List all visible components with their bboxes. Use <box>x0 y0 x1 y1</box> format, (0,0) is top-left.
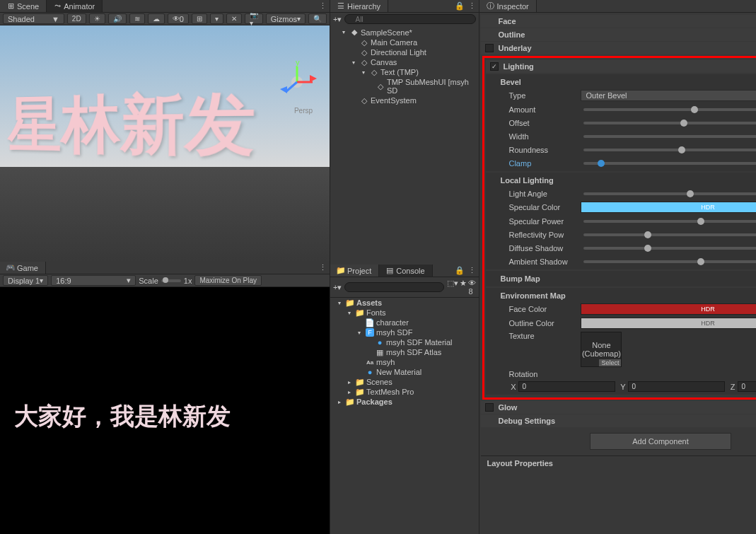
tree-item[interactable]: Aamsyh <box>330 357 479 367</box>
local-lighting-header[interactable]: Local Lighting - Click to collapse - <box>486 174 756 187</box>
bevel-header[interactable]: Bevel - Click to collapse - <box>486 76 756 88</box>
expand-arrow[interactable]: ▾ <box>338 300 344 306</box>
expand-arrow[interactable]: ▸ <box>348 379 354 385</box>
tree-item[interactable]: ▾◇Canvas <box>332 57 477 67</box>
hierarchy-search[interactable] <box>344 14 476 24</box>
panel-menu[interactable]: ⋮ <box>319 263 327 272</box>
tab-project[interactable]: 📁Project <box>330 265 379 277</box>
glow-checkbox[interactable] <box>485 403 494 412</box>
add-component-button[interactable]: Add Component <box>590 433 731 450</box>
skybox-toggle[interactable]: ☁ <box>148 13 165 24</box>
aspect-dropdown[interactable]: 16:9 ▾ <box>51 275 136 286</box>
specular-color-swatch[interactable]: HDR <box>581 202 756 213</box>
section-face[interactable]: Face - Click to expand - <box>481 15 756 28</box>
section-glow[interactable]: Glow - Click to expand - <box>481 401 756 414</box>
env-outline-color-swatch[interactable]: HDR <box>581 318 756 329</box>
expand-arrow[interactable]: ▾ <box>362 69 368 76</box>
tree-item[interactable]: ▦msyh SDF Atlas <box>330 347 479 357</box>
expand-arrow[interactable]: ▸ <box>348 389 354 395</box>
section-outline[interactable]: Outline - Click to expand - <box>481 28 756 41</box>
panel-menu[interactable]: ⋮ <box>468 266 476 275</box>
tab-scene[interactable]: ⊞Scene <box>0 0 47 12</box>
env-texture-select[interactable]: Select <box>599 359 621 366</box>
tree-item[interactable]: ◇EventSystem <box>332 95 477 105</box>
bevel-clamp-slider[interactable] <box>583 162 756 165</box>
tree-item[interactable]: ▾◇Text (TMP) <box>332 67 477 77</box>
fx-toggle[interactable]: ≋ <box>129 13 145 24</box>
add-dropdown[interactable]: +▾ <box>333 283 342 292</box>
section-underlay[interactable]: Underlay - Click to expand - <box>481 42 756 54</box>
tree-item[interactable]: ▾Fmsyh SDF <box>330 327 479 337</box>
tab-game[interactable]: 🎮Game <box>0 262 46 274</box>
hidden-toggle[interactable]: 👁8 <box>468 279 476 296</box>
tree-item[interactable]: ▸📁Scenes <box>330 377 479 387</box>
tree-item[interactable]: ▾📁Assets <box>330 298 479 308</box>
orientation-gizmo[interactable]: y <box>276 61 318 103</box>
underlay-checkbox[interactable] <box>485 44 494 52</box>
tab-hierarchy[interactable]: ☰Hierarchy <box>330 0 388 12</box>
panel-menu[interactable]: ⋮ <box>319 1 327 11</box>
expand-arrow[interactable]: ▾ <box>352 59 358 66</box>
tree-item[interactable]: ▸📁Packages <box>330 397 479 407</box>
bevel-amount-slider[interactable] <box>583 108 756 111</box>
tree-item[interactable]: ◇Directional Light <box>332 47 477 57</box>
grid-toggle[interactable]: ⊞ <box>192 13 207 24</box>
expand-arrow[interactable]: ▾ <box>342 29 348 35</box>
env-rot-z-input[interactable] <box>738 381 756 392</box>
display-dropdown[interactable]: Display 1 ▾ <box>3 275 48 286</box>
camera-toggle[interactable]: 📷▾ <box>245 13 263 24</box>
tree-item[interactable]: ▾◆SampleScene*⋮ <box>332 27 477 37</box>
scale-slider[interactable] <box>161 279 181 282</box>
env-texture-picker[interactable]: None (Cubemap) Select <box>581 332 622 367</box>
tool-toggle[interactable]: ✕ <box>226 13 242 24</box>
bevel-offset-slider[interactable] <box>583 122 756 124</box>
panel-menu[interactable]: ⋮ <box>468 1 476 11</box>
bevel-type-dropdown[interactable]: Outer Bevel▼ <box>581 90 756 101</box>
search-scene[interactable]: 🔍 <box>308 13 327 24</box>
item-menu[interactable]: ⋮ <box>412 25 419 27</box>
section-debug[interactable]: Debug Settings - Click to expand - <box>481 414 756 427</box>
diffuse-shadow-slider[interactable] <box>583 247 756 250</box>
filter-dropdown[interactable]: ⬚▾ <box>447 279 458 296</box>
expand-arrow[interactable]: ▾ <box>348 310 354 316</box>
tree-item[interactable]: 📄character <box>330 318 479 327</box>
shading-dropdown[interactable]: Shaded ▼ <box>3 13 64 24</box>
scene-viewport[interactable]: 星林新发 y Persp <box>0 25 330 262</box>
light-angle-slider[interactable] <box>583 192 756 195</box>
tree-item[interactable]: ●msyh SDF Material <box>330 337 479 347</box>
tab-inspector[interactable]: ⓘInspector <box>479 0 536 12</box>
bump-map-header[interactable]: Bump Map - Click to expand - <box>486 272 756 285</box>
tab-animator[interactable]: ⤳Animator <box>47 0 103 12</box>
bevel-width-slider[interactable] <box>583 135 756 138</box>
tab-console[interactable]: ▤Console <box>379 265 432 277</box>
section-lighting[interactable]: ✓ Lighting - Click to collapse - <box>486 60 756 73</box>
mode-2d-toggle[interactable]: 2D <box>67 13 86 24</box>
tree-item[interactable]: ◇TMP SubMeshUI [msyh SD <box>332 77 477 95</box>
tree-item[interactable]: ◇Main Camera <box>332 37 477 47</box>
expand-arrow[interactable]: ▾ <box>358 330 364 336</box>
lock-toggle[interactable]: 🔒 <box>455 1 465 11</box>
reflectivity-slider[interactable] <box>583 233 756 236</box>
lighting-checkbox[interactable]: ✓ <box>490 62 499 71</box>
audio-toggle[interactable]: 🔊 <box>108 13 127 24</box>
specular-power-slider[interactable] <box>583 220 756 223</box>
star-filter[interactable]: ★ <box>460 279 467 296</box>
tree-item[interactable]: ●New Material <box>330 367 479 377</box>
lock-toggle[interactable]: 🔒 <box>455 266 465 275</box>
gizmos-dropdown[interactable]: Gizmos▾ <box>266 13 306 24</box>
light-toggle[interactable]: ☀ <box>89 13 105 24</box>
add-dropdown[interactable]: +▾ <box>333 15 342 24</box>
expand-arrow[interactable]: ▸ <box>338 399 344 405</box>
env-rot-y-input[interactable] <box>628 381 725 392</box>
snap-toggle[interactable]: ▾ <box>210 13 223 24</box>
tree-item[interactable]: ▾📁Fonts <box>330 308 479 318</box>
tree-item[interactable]: ▸📁TextMesh Pro <box>330 387 479 397</box>
env-map-header[interactable]: Environment Map - Click to collapse - <box>486 289 756 302</box>
layout-properties-header[interactable]: Layout Properties <box>481 455 756 470</box>
maximize-toggle[interactable]: Maximize On Play <box>194 275 262 286</box>
ambient-shadow-slider[interactable] <box>583 260 756 263</box>
env-face-color-swatch[interactable]: HDR <box>581 303 756 315</box>
env-rot-x-input[interactable] <box>518 381 615 392</box>
bevel-roundness-slider[interactable] <box>583 149 756 151</box>
project-search[interactable] <box>344 282 444 292</box>
